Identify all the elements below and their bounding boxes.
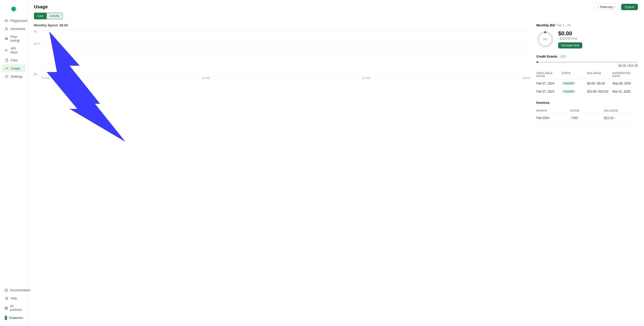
sidebar-item-help[interactable]: Help bbox=[2, 295, 26, 302]
x-label-21feb: 21 Feb bbox=[362, 77, 370, 80]
assistants-icon bbox=[5, 27, 8, 31]
invoices-table-header: Month State Balance bbox=[536, 108, 638, 114]
right-panel: Monthly Bill Feb 1 - 29 0% $0.00 / $120.… bbox=[536, 23, 638, 322]
chart-x-axis: 07 Feb 14 Feb 21 Feb 28 Feb bbox=[34, 76, 530, 80]
monthly-spend-amount: $0.00 bbox=[60, 23, 68, 27]
credit-bar bbox=[536, 61, 638, 63]
export-button[interactable]: Export bbox=[621, 4, 638, 10]
col-available-from: Available From bbox=[536, 72, 562, 78]
sidebar-bottom: Documentation Help All products C Chater… bbox=[0, 284, 28, 323]
increase-limit-button[interactable]: Increase limit bbox=[558, 42, 582, 48]
grant-2-from: Feb 07, 2024 bbox=[536, 90, 562, 93]
svg-point-10 bbox=[7, 299, 7, 299]
x-label-07feb: 07 Feb bbox=[42, 77, 50, 80]
next-month-button[interactable]: › bbox=[615, 5, 616, 9]
main-content: Usage ‹ February › Export Cost Activity … bbox=[28, 0, 644, 326]
invoice-col-balance: Balance bbox=[604, 109, 638, 112]
sidebar-item-assistants-label: Assistants bbox=[10, 27, 25, 31]
credit-bar-fill bbox=[536, 61, 538, 63]
chart-y-axis: $1 $0.75 $0 bbox=[34, 30, 40, 76]
sidebar-item-files-label: Files bbox=[11, 58, 18, 62]
sidebar-item-settings[interactable]: Settings bbox=[2, 73, 26, 80]
sidebar-item-all-products[interactable]: All products bbox=[2, 303, 26, 313]
page-header: Usage ‹ February › Export bbox=[28, 0, 644, 10]
invoice-1-month: Feb 2024 bbox=[536, 116, 570, 120]
page-title: Usage bbox=[34, 4, 48, 10]
svg-rect-12 bbox=[7, 307, 8, 308]
svg-rect-14 bbox=[7, 308, 8, 309]
monthly-bill-title-text: Monthly Bill bbox=[536, 23, 555, 27]
monthly-spend-header: Monthly Spend $0.00 bbox=[34, 23, 530, 27]
sidebar-item-usage-label: Usage bbox=[11, 66, 20, 70]
credit-grants-subtitle: USD bbox=[559, 55, 566, 58]
tab-activity[interactable]: Activity bbox=[46, 13, 63, 19]
grid-line-2 bbox=[42, 53, 530, 53]
fine-tuning-icon bbox=[5, 37, 8, 41]
sidebar-item-api-keys[interactable]: API keys bbox=[2, 45, 26, 56]
x-label-14feb: 14 Feb bbox=[202, 77, 210, 80]
avatar: C bbox=[5, 316, 7, 320]
username-label: Chaterimo bbox=[9, 316, 23, 320]
invoice-1-balance: $12.10 › bbox=[604, 116, 638, 120]
chevron-right-icon: › bbox=[614, 116, 615, 120]
sidebar-item-fine-tuning[interactable]: Fine-tuning bbox=[2, 33, 26, 44]
col-state: State bbox=[562, 72, 587, 78]
grant-2-balance: $10.00 / $10.00 bbox=[587, 90, 613, 93]
sidebar-item-files[interactable]: Files bbox=[2, 56, 26, 64]
grant-1-balance: $5.00 / $5.00 bbox=[587, 82, 613, 85]
sidebar-item-fine-tuning-label: Fine-tuning bbox=[10, 35, 23, 42]
settings-icon bbox=[5, 74, 9, 78]
svg-point-7 bbox=[6, 76, 7, 77]
invoice-col-state: State bbox=[570, 109, 604, 112]
game-controller-icon bbox=[5, 19, 8, 23]
bill-amount: $0.00 bbox=[558, 30, 582, 37]
credit-grants-title-text: Credit Grants bbox=[536, 55, 557, 58]
chart-area: Monthly Spend $0.00 $1 $0.75 $0 bbox=[34, 23, 530, 322]
svg-point-1 bbox=[7, 20, 7, 21]
grant-1-from: Feb 07, 2024 bbox=[536, 82, 562, 85]
y-label-0: $0 bbox=[34, 73, 40, 76]
invoice-row-1[interactable]: Feb 2024 Paid $12.10 › bbox=[536, 114, 638, 122]
monthly-spend-title: Monthly Spend bbox=[34, 23, 58, 27]
monthly-bill-title: Monthly Bill Feb 1 - 29 bbox=[536, 23, 638, 27]
sidebar-item-usage[interactable]: Usage bbox=[2, 64, 26, 72]
grid-line-1 bbox=[42, 42, 530, 42]
help-icon bbox=[5, 296, 9, 300]
sidebar-item-api-keys-label: API keys bbox=[10, 46, 23, 54]
invoice-1-state: Paid bbox=[570, 116, 604, 120]
sidebar-item-playground[interactable]: Playground bbox=[2, 17, 26, 24]
monthly-bill-date-range: Feb 1 - 29 bbox=[557, 24, 571, 27]
sidebar-item-assistants[interactable]: Assistants bbox=[2, 25, 26, 32]
tab-cost[interactable]: Cost bbox=[34, 13, 46, 19]
prev-month-button[interactable]: ‹ bbox=[597, 5, 599, 9]
files-icon bbox=[5, 58, 9, 62]
svg-rect-13 bbox=[5, 308, 6, 309]
month-navigator[interactable]: ‹ February › bbox=[594, 4, 619, 10]
doc-icon bbox=[5, 288, 8, 292]
spend-chart: $1 $0.75 $0 bbox=[34, 30, 530, 76]
grid-line-3 bbox=[42, 64, 530, 64]
grant-1-expiration: May 08, 2024 bbox=[613, 82, 638, 85]
monthly-bill-section: Monthly Bill Feb 1 - 29 0% $0.00 / $120.… bbox=[536, 23, 638, 48]
col-balance: Balance bbox=[587, 72, 613, 78]
user-account[interactable]: C Chaterimo bbox=[2, 314, 26, 322]
sidebar-item-playground-label: Playground bbox=[10, 19, 27, 23]
y-label-075: $0.75 bbox=[34, 42, 40, 45]
credit-grant-row-1: Feb 07, 2024 Available $5.00 / $5.00 May… bbox=[536, 79, 638, 88]
sidebar-navigation: Playground Assistants Fine-tuning API ke… bbox=[0, 17, 28, 284]
grant-1-state: Available bbox=[562, 81, 587, 85]
sidebar-item-settings-label: Settings bbox=[11, 75, 23, 78]
donut-chart: 0% bbox=[536, 30, 554, 48]
grid-line-bottom bbox=[42, 76, 530, 76]
header-actions: ‹ February › Export bbox=[594, 4, 638, 10]
invoice-1-amount: $12.10 bbox=[604, 116, 614, 120]
grant-2-state: Available bbox=[562, 90, 587, 93]
donut-label: 0% bbox=[543, 38, 547, 41]
documentation-label: Documentation bbox=[10, 288, 30, 292]
grid-line-top bbox=[42, 30, 530, 30]
svg-point-3 bbox=[6, 37, 6, 38]
sidebar-item-documentation[interactable]: Documentation bbox=[2, 286, 26, 294]
credit-totals: $0.00 / $15.00 bbox=[536, 64, 638, 67]
bill-limit: / $120.00 limit bbox=[558, 37, 582, 40]
app-logo bbox=[0, 3, 28, 17]
